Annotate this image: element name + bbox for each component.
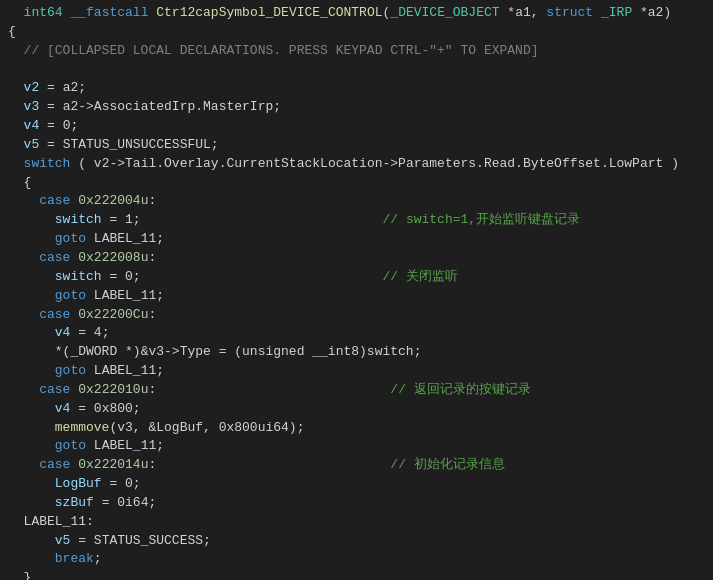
line-25: case 0x222014u: // 初始化记录信息	[8, 456, 705, 475]
code-viewer: int64 __fastcall Ctr12capSymbol_DEVICE_C…	[0, 0, 713, 580]
line-16: goto LABEL_11;	[8, 287, 705, 306]
line-3: // [COLLAPSED LOCAL DECLARATIONS. PRESS …	[8, 42, 705, 61]
line-4	[8, 61, 705, 80]
line-21: case 0x222010u: // 返回记录的按键记录	[8, 381, 705, 400]
line-19: *(_DWORD *)&v3->Type = (unsigned __int8)…	[8, 343, 705, 362]
line-23: memmove(v3, &LogBuf, 0x800ui64);	[8, 419, 705, 438]
line-20: goto LABEL_11;	[8, 362, 705, 381]
line-15: switch = 0; // 关闭监听	[8, 268, 705, 287]
line-2: {	[8, 23, 705, 42]
line-31: }	[8, 569, 705, 580]
line-14: case 0x222008u:	[8, 249, 705, 268]
line-8: v5 = STATUS_UNSUCCESSFUL;	[8, 136, 705, 155]
line-1: int64 __fastcall Ctr12capSymbol_DEVICE_C…	[8, 4, 705, 23]
line-27: szBuf = 0i64;	[8, 494, 705, 513]
line-13: goto LABEL_11;	[8, 230, 705, 249]
line-29: v5 = STATUS_SUCCESS;	[8, 532, 705, 551]
line-28: LABEL_11:	[8, 513, 705, 532]
line-11: case 0x222004u:	[8, 192, 705, 211]
line-7: v4 = 0;	[8, 117, 705, 136]
line-12: switch = 1; // switch=1,开始监听键盘记录	[8, 211, 705, 230]
line-6: v3 = a2->AssociatedIrp.MasterIrp;	[8, 98, 705, 117]
line-5: v2 = a2;	[8, 79, 705, 98]
line-10: {	[8, 174, 705, 193]
line-24: goto LABEL_11;	[8, 437, 705, 456]
line-22: v4 = 0x800;	[8, 400, 705, 419]
line-26: LogBuf = 0;	[8, 475, 705, 494]
line-18: v4 = 4;	[8, 324, 705, 343]
line-9: switch ( v2->Tail.Overlay.CurrentStackLo…	[8, 155, 705, 174]
line-17: case 0x22200Cu:	[8, 306, 705, 325]
line-30: break;	[8, 550, 705, 569]
